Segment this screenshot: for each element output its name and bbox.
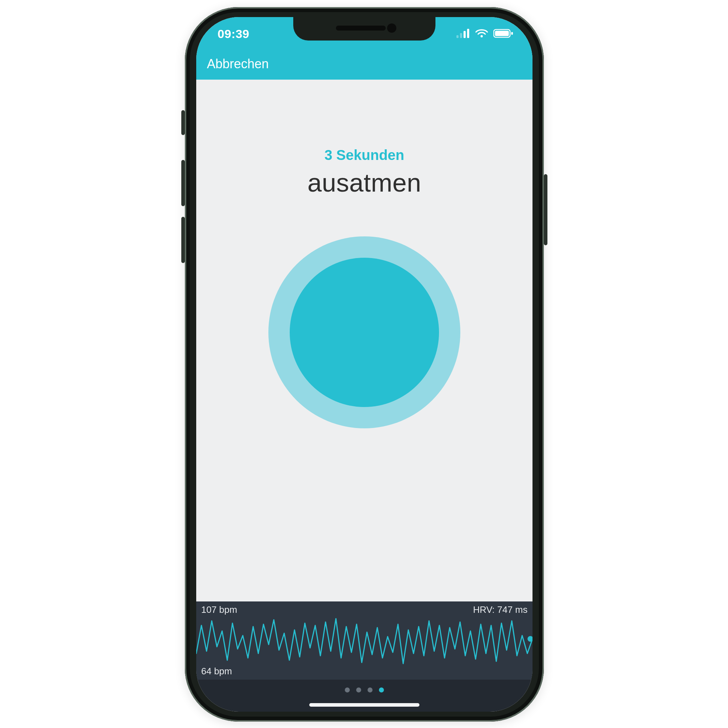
wifi-icon: [475, 27, 488, 41]
notch: [293, 17, 436, 41]
nav-bar: Abbrechen: [196, 48, 532, 80]
breath-circle-core: [290, 258, 439, 407]
svg-rect-2: [463, 31, 466, 38]
svg-rect-6: [495, 31, 509, 36]
svg-rect-0: [456, 35, 459, 38]
mute-switch: [181, 110, 185, 135]
breath-circle: [268, 236, 460, 428]
volume-down-button: [181, 217, 185, 263]
home-indicator: [309, 703, 419, 707]
volume-up-button: [181, 160, 185, 206]
phone-frame: 09:39 Abbrechen 3 Sekunden: [185, 7, 544, 722]
svg-rect-7: [511, 32, 513, 35]
svg-point-8: [528, 636, 532, 642]
page-dots[interactable]: [196, 685, 532, 695]
timer-label: 3 Sekunden: [324, 147, 405, 163]
breath-instruction: ausatmen: [307, 168, 421, 197]
svg-rect-3: [467, 29, 469, 38]
battery-icon: [493, 27, 513, 41]
page-dot[interactable]: [367, 687, 373, 693]
screen: 09:39 Abbrechen 3 Sekunden: [196, 17, 532, 712]
svg-point-4: [480, 35, 483, 37]
page-dot[interactable]: [345, 687, 350, 693]
power-button: [544, 174, 548, 245]
cancel-button[interactable]: Abbrechen: [207, 57, 269, 72]
heart-rate-line: [196, 601, 532, 680]
bottom-panel: 107 bpm HRV: 747 ms 64 bpm: [196, 601, 532, 712]
cellular-icon: [456, 27, 470, 41]
page-dot[interactable]: [379, 687, 384, 693]
content-area: 3 Sekunden ausatmen: [196, 80, 532, 601]
page-dot[interactable]: [356, 687, 361, 693]
svg-rect-1: [460, 33, 462, 38]
heart-rate-chart: 107 bpm HRV: 747 ms 64 bpm: [196, 601, 532, 680]
status-time: 09:39: [217, 27, 249, 41]
